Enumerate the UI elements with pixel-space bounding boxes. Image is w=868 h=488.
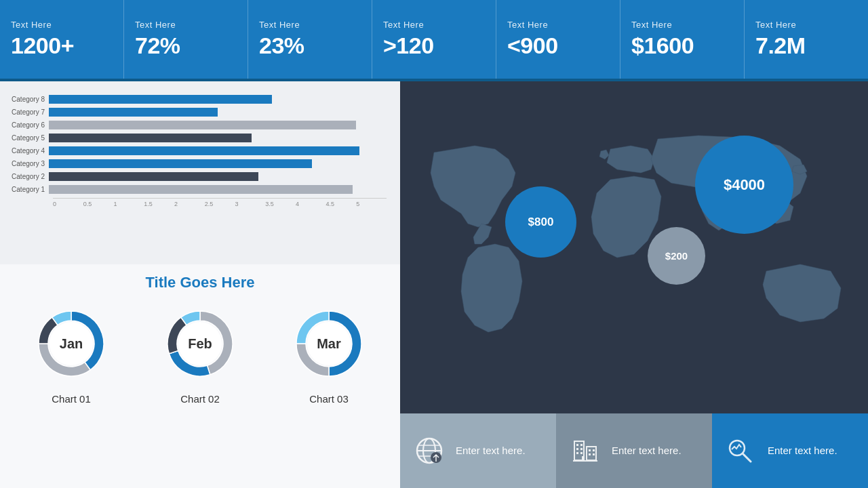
stat-value-5: <900 xyxy=(507,33,609,59)
svg-rect-22 xyxy=(573,460,597,462)
stat-label-5: Text Here xyxy=(507,20,609,30)
donut-mar: Mar Chart 03 xyxy=(278,300,380,481)
info-text-2: Enter text here. xyxy=(612,444,682,458)
bar-row: Category 8 xyxy=(7,95,387,104)
bar-row: Category 2 xyxy=(7,172,387,181)
info-cell-1: Enter text here. xyxy=(400,413,556,488)
svg-rect-19 xyxy=(589,453,591,455)
donut-feb-chart: Feb xyxy=(156,300,244,388)
info-cell-2: Enter text here. xyxy=(556,413,712,488)
search-analytics-icon xyxy=(723,432,760,469)
info-cell-3: Enter text here. xyxy=(712,413,868,488)
bar-row: Category 1 xyxy=(7,185,387,194)
svg-rect-18 xyxy=(593,449,595,451)
stat-label-4: Text Here xyxy=(383,20,485,30)
stat-label-6: Text Here xyxy=(631,20,733,30)
bubble-200-label: $200 xyxy=(665,250,688,262)
bubble-200: $200 xyxy=(648,227,705,285)
bubble-800-label: $800 xyxy=(528,216,554,229)
stat-120: Text Here >120 xyxy=(372,0,496,79)
stat-1200: Text Here 1200+ xyxy=(0,0,124,79)
bubble-800: $800 xyxy=(505,186,576,258)
svg-rect-11 xyxy=(576,444,578,446)
bar-row: Category 6 xyxy=(7,121,387,129)
bubble-4000-label: $4000 xyxy=(724,176,765,194)
stat-value-1: 1200+ xyxy=(11,33,113,59)
stat-value-4: >120 xyxy=(383,33,485,59)
bar-category-label: Category 3 xyxy=(7,160,49,167)
stat-value-6: $1600 xyxy=(631,33,733,59)
bar-category-label: Category 5 xyxy=(7,134,49,142)
bottom-info-bar: Enter text here. xyxy=(400,413,868,488)
bar-row: Category 7 xyxy=(7,108,387,117)
svg-rect-16 xyxy=(580,452,583,454)
svg-rect-12 xyxy=(580,444,583,446)
left-panel: Category 8 Category 7 Category 6 Categor… xyxy=(0,81,400,488)
donut-section: Title Goes Here Jan Chart 01 Feb Chart 0… xyxy=(0,264,400,488)
main-content: Category 8 Category 7 Category 6 Categor… xyxy=(0,81,868,488)
bar-row: Category 4 xyxy=(7,146,387,155)
donut-jan-label: Jan xyxy=(60,336,83,352)
bar-category-label: Category 7 xyxy=(7,108,49,116)
stat-value-7: 7.2M xyxy=(755,33,857,59)
donut-jan-chart: Jan xyxy=(27,300,115,388)
donut-feb-label: Feb xyxy=(188,336,212,352)
top-bar: Text Here 1200+ Text Here 72% Text Here … xyxy=(0,0,868,81)
donut-title: Title Goes Here xyxy=(146,274,255,291)
bar-category-label: Category 4 xyxy=(7,147,49,155)
donut-feb: Feb Chart 02 xyxy=(149,300,251,481)
stat-900: Text Here <900 xyxy=(496,0,620,79)
stat-label-7: Text Here xyxy=(755,20,857,30)
bar-chart-section: Category 8 Category 7 Category 6 Categor… xyxy=(0,81,400,264)
svg-rect-15 xyxy=(576,452,578,454)
info-text-3: Enter text here. xyxy=(768,444,837,458)
stat-label-1: Text Here xyxy=(11,20,113,30)
stat-1600: Text Here $1600 xyxy=(620,0,745,79)
svg-rect-21 xyxy=(582,456,585,460)
donut-charts-row: Jan Chart 01 Feb Chart 02 Mar xyxy=(7,300,393,481)
stat-label-2: Text Here xyxy=(135,20,237,30)
donut-jan-chart-label: Chart 01 xyxy=(52,393,91,405)
stat-72: Text Here 72% xyxy=(124,0,248,79)
stat-23: Text Here 23% xyxy=(248,0,372,79)
donut-mar-label: Mar xyxy=(317,336,341,352)
bar-category-label: Category 1 xyxy=(7,186,49,193)
bubble-4000: $4000 xyxy=(695,136,793,234)
stat-value-3: 23% xyxy=(259,33,361,59)
map-area: $800 $4000 $200 xyxy=(400,81,868,413)
stat-value-2: 72% xyxy=(135,33,237,59)
bar-category-label: Category 8 xyxy=(7,96,49,103)
svg-rect-17 xyxy=(589,449,591,451)
bar-category-label: Category 6 xyxy=(7,121,49,129)
donut-feb-chart-label: Chart 02 xyxy=(180,393,220,405)
stat-label-3: Text Here xyxy=(259,20,361,30)
svg-rect-20 xyxy=(593,453,595,455)
right-panel: $800 $4000 $200 xyxy=(400,81,868,488)
info-text-1: Enter text here. xyxy=(456,444,526,458)
globe-icon xyxy=(411,432,448,469)
bar-chart: Category 8 Category 7 Category 6 Categor… xyxy=(7,91,387,211)
donut-mar-chart-label: Chart 03 xyxy=(309,393,349,405)
svg-line-24 xyxy=(743,453,751,462)
donut-jan: Jan Chart 01 xyxy=(20,300,122,481)
stat-72m: Text Here 7.2M xyxy=(745,0,868,79)
world-map-svg xyxy=(400,81,868,413)
svg-rect-13 xyxy=(576,448,578,450)
bar-row: Category 5 xyxy=(7,134,387,142)
svg-rect-14 xyxy=(580,448,583,450)
donut-mar-chart: Mar xyxy=(285,300,373,388)
bar-row: Category 3 xyxy=(7,159,387,168)
building-icon xyxy=(567,432,604,469)
bar-category-label: Category 2 xyxy=(7,173,49,180)
